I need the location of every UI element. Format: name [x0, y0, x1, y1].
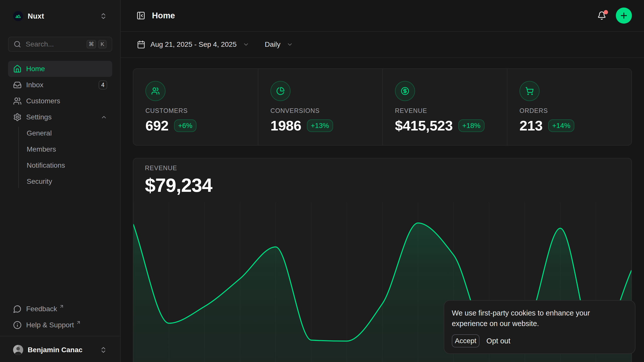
stat-label: CUSTOMERS	[145, 107, 246, 114]
sub-item-label: General	[27, 129, 52, 137]
chevrons-up-down-icon	[100, 12, 107, 20]
sidebar-item-settings[interactable]: Settings	[8, 109, 112, 125]
stat-value: 692	[145, 117, 169, 134]
workspace-name: Nuxt	[28, 12, 44, 20]
gear-icon	[13, 113, 22, 121]
shopping-cart-icon	[519, 81, 540, 101]
circle-dollar-icon	[395, 81, 415, 101]
pie-chart-icon	[270, 81, 291, 101]
header-actions	[596, 8, 632, 24]
plus-icon	[619, 11, 628, 20]
collapse-sidebar-button[interactable]	[133, 8, 149, 24]
sidebar-item-feedback[interactable]: Feedback	[8, 301, 112, 317]
stat-value: $415,523	[395, 117, 453, 134]
date-range-picker[interactable]: Aug 21, 2025 - Sep 4, 2025	[133, 36, 253, 53]
date-range-label: Aug 21, 2025 - Sep 4, 2025	[150, 40, 237, 49]
sidebar-item-label: Help & Support	[26, 321, 74, 329]
kbd-k: K	[98, 40, 107, 49]
sidebar-item-label: Inbox	[26, 81, 94, 89]
notification-dot	[604, 10, 608, 14]
settings-submenu: General Members Notifications Security	[8, 125, 112, 190]
chevron-down-icon	[243, 41, 249, 48]
cookie-message: We use first-party cookies to enhance yo…	[452, 308, 627, 329]
sidebar-item-help-support[interactable]: Help & Support	[8, 317, 112, 333]
sidebar-item-label: Settings	[26, 113, 96, 121]
stat-delta-badge: +13%	[307, 119, 333, 132]
panel-left-close-icon	[136, 11, 145, 20]
opt-out-button[interactable]: Opt out	[485, 334, 512, 347]
chevron-down-icon	[287, 41, 293, 48]
sub-item-label: Members	[27, 145, 56, 153]
user-name: Benjamin Canac	[28, 346, 95, 354]
chevrons-up-down-icon	[100, 346, 107, 354]
sidebar-divider	[0, 336, 120, 336]
period-label: Daily	[265, 40, 280, 49]
stat-delta-badge: +6%	[174, 119, 196, 132]
stat-card-revenue[interactable]: REVENUE $415,523 +18%	[382, 69, 507, 145]
inbox-icon	[13, 81, 22, 89]
chart-value: $79,234	[145, 174, 620, 196]
chart-header: REVENUE $79,234	[133, 158, 631, 196]
stat-card-orders[interactable]: ORDERS 213 +14%	[507, 69, 631, 145]
stat-label: REVENUE	[395, 107, 495, 114]
sub-item-label: Security	[27, 177, 52, 186]
sidebar-item-notifications[interactable]: Notifications	[8, 157, 112, 173]
users-icon	[13, 97, 22, 105]
search-input[interactable]: Search... ⌘ K	[8, 37, 112, 52]
sidebar-item-security[interactable]: Security	[8, 173, 112, 190]
kbd-cmd: ⌘	[87, 40, 96, 49]
house-icon	[13, 65, 22, 73]
avatar	[13, 345, 23, 355]
stat-value: 213	[519, 117, 543, 134]
page-header: Home	[121, 0, 644, 32]
nuxt-logo-icon	[13, 11, 23, 21]
accept-button[interactable]: Accept	[452, 334, 479, 347]
stat-value: 1986	[270, 117, 301, 134]
sidebar-item-members[interactable]: Members	[8, 141, 112, 157]
sub-item-label: Notifications	[27, 161, 65, 169]
sidebar-item-label: Home	[26, 65, 107, 73]
stat-label: ORDERS	[519, 107, 619, 114]
cookie-banner: We use first-party cookies to enhance yo…	[444, 300, 635, 354]
user-menu[interactable]: Benjamin Canac	[8, 342, 112, 358]
message-circle-icon	[13, 305, 22, 313]
calendar-icon	[137, 40, 145, 49]
sidebar-nav: Home Inbox 4 Customers Settings	[8, 61, 112, 190]
search-shortcut: ⌘ K	[87, 40, 107, 49]
sidebar-item-label: Customers	[26, 97, 107, 105]
users-icon	[145, 81, 166, 101]
add-button[interactable]	[616, 8, 632, 24]
sidebar-item-home[interactable]: Home	[8, 61, 112, 77]
stat-card-customers[interactable]: CUSTOMERS 692 +6%	[133, 69, 258, 145]
sidebar-footer-nav: Feedback Help & Support	[8, 301, 112, 333]
stat-delta-badge: +18%	[458, 119, 485, 132]
search-placeholder: Search...	[26, 40, 82, 48]
sidebar-item-inbox[interactable]: Inbox 4	[8, 77, 112, 93]
search-icon	[14, 40, 21, 48]
stats-grid: CUSTOMERS 692 +6% CONVERSIONS 1986 +13%	[133, 68, 632, 146]
sidebar-item-customers[interactable]: Customers	[8, 93, 112, 109]
sidebar-item-label: Feedback	[26, 305, 57, 313]
stat-label: CONVERSIONS	[270, 107, 370, 114]
stat-card-conversions[interactable]: CONVERSIONS 1986 +13%	[258, 69, 382, 145]
stat-delta-badge: +14%	[548, 119, 574, 132]
arrow-up-right-icon	[76, 320, 81, 325]
period-select[interactable]: Daily	[261, 36, 297, 53]
page-title: Home	[152, 11, 175, 20]
chart-title: REVENUE	[145, 164, 620, 172]
notifications-button[interactable]	[596, 10, 607, 21]
info-icon	[13, 321, 22, 329]
dashboard-toolbar: Aug 21, 2025 - Sep 4, 2025 Daily	[121, 32, 644, 58]
inbox-count-badge: 4	[99, 80, 107, 89]
sidebar-item-general[interactable]: General	[8, 125, 112, 141]
cookie-actions: Accept Opt out	[452, 334, 627, 347]
chevron-up-icon	[101, 114, 107, 120]
workspace-switcher[interactable]: Nuxt	[8, 9, 112, 23]
arrow-up-right-icon	[59, 304, 64, 309]
sidebar: Nuxt Search... ⌘ K Home	[0, 0, 121, 362]
